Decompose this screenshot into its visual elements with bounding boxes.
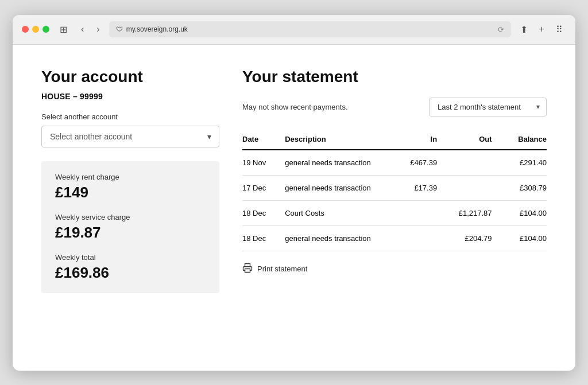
- col-header-out: Out: [437, 130, 492, 150]
- table-row: 19 Nov general needs transaction £467.39…: [242, 150, 547, 176]
- svg-rect-0: [245, 269, 250, 272]
- page-content: Your account HOUSE – 99999 Select anothe…: [13, 45, 575, 371]
- table-row: 18 Dec general needs transaction £204.79…: [242, 225, 547, 251]
- cell-in: £467.39: [382, 150, 437, 176]
- table-header-row: Date Description In Out Balance: [242, 130, 547, 150]
- back-button[interactable]: ‹: [78, 23, 87, 36]
- maximize-button[interactable]: [42, 26, 49, 33]
- weekly-total-label: Weekly total: [55, 253, 206, 262]
- cell-description: general needs transaction: [285, 225, 382, 251]
- cell-balance: £104.00: [492, 225, 547, 251]
- cell-description: Court Costs: [285, 200, 382, 225]
- cell-in: [382, 225, 437, 251]
- select-account-wrapper: Select another account ▾: [41, 126, 219, 147]
- statement-title: Your statement: [242, 68, 547, 86]
- forward-button[interactable]: ›: [93, 23, 103, 36]
- cell-balance: £308.79: [492, 175, 547, 200]
- col-header-balance: Balance: [492, 130, 547, 150]
- account-number: HOUSE – 99999: [41, 92, 219, 101]
- print-statement-label: Print statement: [257, 265, 307, 273]
- toolbar-right: ⬆ + ⠿: [517, 23, 566, 36]
- table-row: 17 Dec general needs transaction £17.39 …: [242, 175, 547, 200]
- cell-in: [382, 200, 437, 225]
- share-button[interactable]: ⬆: [517, 23, 531, 36]
- weekly-rent-item: Weekly rent charge £149: [55, 173, 206, 201]
- right-panel: Your statement May not show recent payme…: [242, 68, 547, 348]
- period-select-dropdown[interactable]: Last 2 month's statement Last 3 month's …: [429, 98, 547, 116]
- cell-out: [437, 150, 492, 176]
- cell-out: £1,217.87: [437, 200, 492, 225]
- charges-box: Weekly rent charge £149 Weekly service c…: [41, 161, 219, 293]
- period-select-wrapper: Last 2 month's statement Last 3 month's …: [429, 98, 547, 116]
- select-account-label: Select another account: [41, 112, 219, 121]
- cell-balance: £104.00: [492, 200, 547, 225]
- weekly-rent-value: £149: [55, 184, 206, 201]
- weekly-service-value: £19.87: [55, 224, 206, 242]
- cell-out: [437, 175, 492, 200]
- page-title: Your account: [41, 68, 219, 86]
- browser-window: ⊞ ‹ › 🛡 my.sovereign.org.uk ⟳ ⬆ + ⠿ Your…: [13, 15, 575, 371]
- minimize-button[interactable]: [32, 26, 39, 33]
- weekly-total-item: Weekly total £169.86: [55, 253, 206, 282]
- table-row: 18 Dec Court Costs £1,217.87 £104.00: [242, 200, 547, 225]
- weekly-rent-label: Weekly rent charge: [55, 173, 206, 181]
- cell-in: £17.39: [382, 175, 437, 200]
- weekly-service-label: Weekly service charge: [55, 213, 206, 221]
- notice-text: May not show recent payments.: [242, 103, 429, 111]
- col-header-description: Description: [285, 130, 382, 150]
- cell-balance: £291.40: [492, 150, 547, 176]
- left-panel: Your account HOUSE – 99999 Select anothe…: [41, 68, 219, 348]
- shield-icon: 🛡: [116, 25, 123, 33]
- print-statement-button[interactable]: Print statement: [242, 263, 307, 275]
- address-bar[interactable]: 🛡 my.sovereign.org.uk ⟳: [109, 21, 511, 37]
- cell-description: general needs transaction: [285, 150, 382, 176]
- browser-toolbar: ⊞ ‹ › 🛡 my.sovereign.org.uk ⟳ ⬆ + ⠿: [13, 15, 575, 45]
- col-header-in: In: [382, 130, 437, 150]
- select-account-dropdown[interactable]: Select another account: [41, 126, 219, 147]
- cell-date: 18 Dec: [242, 200, 285, 225]
- weekly-total-value: £169.86: [55, 264, 206, 282]
- cell-date: 18 Dec: [242, 225, 285, 251]
- print-icon: [242, 263, 253, 275]
- col-header-date: Date: [242, 130, 285, 150]
- statement-controls-row: May not show recent payments. Last 2 mon…: [242, 98, 547, 116]
- cell-date: 19 Nov: [242, 150, 285, 176]
- cell-description: general needs transaction: [285, 175, 382, 200]
- cell-date: 17 Dec: [242, 175, 285, 200]
- grid-button[interactable]: ⠿: [552, 23, 566, 36]
- cell-out: £204.79: [437, 225, 492, 251]
- close-button[interactable]: [22, 26, 29, 33]
- new-tab-button[interactable]: +: [536, 23, 548, 36]
- reload-icon[interactable]: ⟳: [498, 25, 504, 34]
- traffic-lights: [22, 26, 49, 33]
- weekly-service-item: Weekly service charge £19.87: [55, 213, 206, 242]
- url-text: my.sovereign.org.uk: [126, 25, 188, 33]
- sidebar-toggle-button[interactable]: ⊞: [55, 23, 72, 36]
- statement-table: Date Description In Out Balance 19 Nov g…: [242, 130, 547, 251]
